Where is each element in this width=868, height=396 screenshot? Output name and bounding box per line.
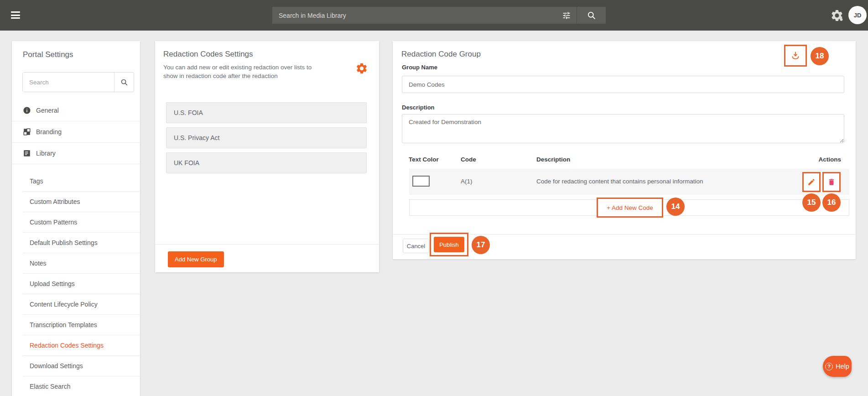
sidebar-item-download-settings[interactable]: Download Settings [23, 356, 140, 376]
annotation-box-edit [802, 172, 821, 192]
annotation-badge-16: 16 [822, 193, 841, 212]
sidebar-item-label: Redaction Codes Settings [30, 342, 104, 349]
editor-footer: Cancel Publish 17 [393, 234, 856, 259]
redaction-group-list: U.S. FOIA U.S. Privacy Act UK FOIA [166, 102, 367, 177]
media-library-search [272, 7, 606, 24]
sidebar-item-custom-patterns[interactable]: Custom Patterns [23, 212, 140, 233]
sidebar-search [22, 72, 134, 92]
annotation-box-delete [822, 172, 841, 192]
sidebar-item-label: Branding [36, 128, 62, 135]
header-code: Code [461, 156, 476, 163]
add-new-code-button[interactable]: + Add New Code [607, 204, 653, 211]
sidebar-library-subnav: Tags Custom Attributes Custom Patterns D… [23, 171, 140, 396]
search-icon[interactable] [577, 7, 606, 24]
panel-title: Redaction Codes Settings [155, 41, 379, 59]
header-actions: Actions [818, 156, 841, 163]
delete-icon[interactable] [824, 173, 839, 191]
sidebar-item-label: General [36, 107, 59, 114]
sidebar-title: Portal Settings [12, 41, 140, 59]
sidebar-item-notes[interactable]: Notes [23, 253, 140, 274]
code-table-row: A(1) Code for redacting content that con… [409, 169, 849, 195]
gear-icon[interactable] [355, 62, 368, 75]
annotation-box-add-code: + Add New Code [597, 198, 663, 218]
redaction-code-group-panel: Redaction Code Group 18 Group Name Descr… [393, 41, 856, 259]
sidebar-item-default-publish-settings[interactable]: Default Publish Settings [23, 233, 140, 253]
group-name-label: Group Name [402, 64, 437, 71]
cancel-button[interactable]: Cancel [403, 239, 429, 253]
download-button[interactable] [787, 47, 804, 64]
group-item-uk-foia[interactable]: UK FOIA [166, 152, 367, 173]
sidebar-item-label: Notes [30, 260, 47, 267]
code-description-cell: Code for redacting content that contains… [536, 178, 703, 185]
text-color-swatch[interactable] [412, 176, 430, 187]
annotation-box-download [784, 45, 807, 67]
library-icon [23, 149, 31, 157]
sidebar-item-label: Custom Attributes [30, 198, 80, 205]
sidebar-item-label: Library [36, 150, 56, 157]
annotation-badge-18: 18 [811, 47, 829, 65]
group-name-input[interactable] [402, 76, 844, 93]
sidebar-item-label: Elastic Search [30, 383, 70, 390]
group-item-label: U.S. Privacy Act [174, 134, 219, 141]
media-search-input[interactable] [272, 12, 556, 19]
help-button[interactable]: ? Help [823, 356, 852, 377]
sidebar-item-redaction-codes-settings[interactable]: Redaction Codes Settings [23, 335, 140, 356]
group-item-us-privacy-act[interactable]: U.S. Privacy Act [166, 127, 367, 148]
sidebar-item-tags[interactable]: Tags [23, 171, 140, 192]
sidebar-item-label: Default Publish Settings [30, 239, 98, 246]
redaction-codes-settings-panel: Redaction Codes Settings You can add new… [155, 41, 379, 272]
branding-icon [23, 128, 31, 136]
sidebar-search-icon[interactable] [114, 73, 134, 92]
sidebar-item-library[interactable]: Library [12, 143, 140, 164]
sidebar-item-branding[interactable]: Branding [12, 121, 140, 143]
sidebar-item-transcription-templates[interactable]: Transcription Templates [23, 315, 140, 335]
sidebar-item-label: Tags [30, 177, 43, 185]
menu-icon[interactable] [11, 11, 20, 19]
question-mark-icon: ? [825, 363, 833, 370]
settings-gears-icon[interactable] [830, 9, 844, 22]
sidebar-item-custom-attributes[interactable]: Custom Attributes [23, 192, 140, 212]
description-label: Description [402, 104, 435, 111]
sidebar-item-upload-settings[interactable]: Upload Settings [23, 274, 140, 294]
description-textarea[interactable]: Created for Demonstration [402, 114, 844, 143]
group-item-us-foia[interactable]: U.S. FOIA [166, 102, 367, 123]
sidebar-search-input[interactable] [23, 73, 114, 92]
publish-button[interactable]: Publish [434, 237, 464, 252]
edit-icon[interactable] [804, 173, 819, 191]
annotation-badge-14: 14 [666, 198, 685, 216]
header-description: Description [536, 156, 570, 163]
user-avatar[interactable]: JD [848, 6, 867, 24]
sidebar-item-elastic-search[interactable]: Elastic Search [23, 376, 140, 396]
sidebar-item-label: Custom Patterns [30, 219, 77, 226]
panel-description: You can add new or edit existing redacti… [155, 59, 323, 80]
groups-panel-footer: Add New Group [155, 244, 379, 272]
sidebar-item-label: Transcription Templates [30, 321, 97, 328]
annotation-badge-17: 17 [472, 236, 490, 254]
portal-settings-sidebar: Portal Settings General Branding Library [12, 41, 140, 396]
filter-icon[interactable] [556, 7, 577, 24]
sidebar-item-content-lifecycle-policy[interactable]: Content Lifecycle Policy [23, 294, 140, 315]
group-item-label: UK FOIA [174, 159, 199, 167]
sidebar-item-label: Upload Settings [30, 280, 75, 287]
info-icon [23, 106, 31, 115]
help-button-label: Help [836, 363, 849, 370]
group-item-label: U.S. FOIA [174, 109, 203, 116]
sidebar-main-nav: General Branding Library [12, 100, 140, 164]
annotation-badge-15: 15 [802, 193, 821, 212]
top-bar: JD [0, 0, 868, 31]
code-cell: A(1) [461, 178, 473, 185]
annotation-box-publish: Publish [430, 233, 468, 256]
add-new-group-button[interactable]: Add New Group [168, 251, 224, 267]
sidebar-item-label: Content Lifecycle Policy [30, 301, 98, 308]
header-text-color: Text Color [409, 156, 439, 163]
sidebar-item-general[interactable]: General [12, 100, 140, 121]
sidebar-item-label: Download Settings [30, 362, 83, 370]
